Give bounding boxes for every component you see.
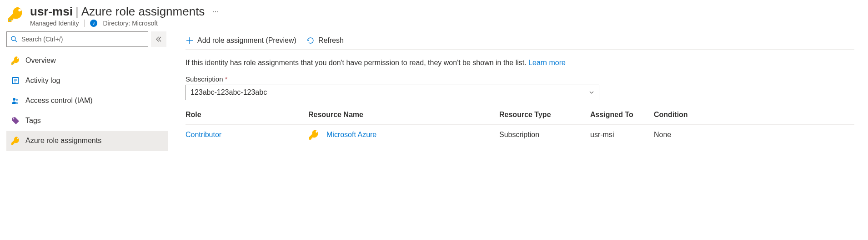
svg-point-10 <box>16 99 18 101</box>
sidebar: Overview Activity log Access control (IA… <box>0 29 168 151</box>
th-role[interactable]: Role <box>186 111 308 119</box>
svg-point-0 <box>9 20 11 21</box>
th-condition[interactable]: Condition <box>654 111 708 119</box>
tag-icon <box>11 116 20 125</box>
sidebar-search[interactable] <box>6 31 148 47</box>
condition-cell: None <box>654 131 708 139</box>
resource-key-icon <box>7 6 24 23</box>
key-icon <box>308 129 319 140</box>
page-title: usr-msi | Azure role assignments <box>30 5 205 19</box>
key-icon <box>11 56 20 65</box>
search-input[interactable] <box>21 36 144 43</box>
sidebar-item-activity-log[interactable]: Activity log <box>6 71 168 91</box>
refresh-icon <box>306 36 315 45</box>
info-text: If this identity has role assignments th… <box>186 59 854 67</box>
learn-more-link[interactable]: Learn more <box>528 59 566 66</box>
role-cell[interactable]: Contributor <box>186 131 308 139</box>
required-asterisk: * <box>225 75 228 83</box>
toolbar: Add role assignment (Preview) Refresh <box>186 31 854 50</box>
plus-icon <box>186 36 194 45</box>
subscription-field: Subscription* 123abc-123abc-123abc <box>186 75 854 100</box>
people-icon <box>11 96 20 105</box>
add-button-label: Add role assignment (Preview) <box>197 36 296 45</box>
table-row[interactable]: Contributor Microsoft Azure Subscription… <box>186 125 854 145</box>
svg-point-1 <box>11 36 15 41</box>
chevron-down-icon <box>589 90 594 95</box>
svg-point-11 <box>13 118 15 120</box>
more-actions-icon[interactable]: ··· <box>212 7 219 16</box>
refresh-button[interactable]: Refresh <box>306 36 344 45</box>
subscription-dropdown[interactable]: 123abc-123abc-123abc <box>186 85 599 100</box>
info-icon[interactable]: i <box>90 20 97 27</box>
sidebar-item-overview[interactable]: Overview <box>6 51 168 71</box>
th-resource-name[interactable]: Resource Name <box>308 111 499 119</box>
sidebar-item-label: Tags <box>25 117 41 125</box>
subscription-value: 123abc-123abc-123abc <box>191 88 267 97</box>
resource-name-cell: Microsoft Azure <box>308 129 499 140</box>
log-icon <box>11 76 20 85</box>
subscription-label: Subscription <box>186 75 223 83</box>
search-icon <box>10 36 18 43</box>
svg-point-9 <box>13 98 15 101</box>
page-header: usr-msi | Azure role assignments ··· Man… <box>0 0 868 29</box>
directory-label: Directory: Microsoft <box>103 20 158 27</box>
key-icon <box>11 136 20 145</box>
resource-name-link[interactable]: Microsoft Azure <box>326 131 376 139</box>
sidebar-item-role-assignments[interactable]: Azure role assignments <box>6 131 168 151</box>
separator <box>84 20 85 27</box>
th-resource-type[interactable]: Resource Type <box>499 111 590 119</box>
role-assignments-table: Role Resource Name Resource Type Assigne… <box>186 105 854 145</box>
collapse-sidebar-button[interactable] <box>151 31 166 47</box>
sidebar-item-label: Overview <box>25 56 56 65</box>
table-header-row: Role Resource Name Resource Type Assigne… <box>186 105 854 125</box>
svg-point-3 <box>12 63 13 64</box>
resource-type-cell: Subscription <box>499 131 590 139</box>
title-separator: | <box>75 5 79 19</box>
sidebar-item-label: Azure role assignments <box>25 137 101 145</box>
chevron-double-left-icon <box>156 36 162 42</box>
page-subtitle: Azure role assignments <box>81 5 205 19</box>
sidebar-item-tags[interactable]: Tags <box>6 111 168 131</box>
svg-line-2 <box>15 40 17 42</box>
sidebar-item-label: Access control (IAM) <box>25 97 93 105</box>
resource-type-label: Managed Identity <box>30 20 79 27</box>
sidebar-item-label: Activity log <box>25 77 60 85</box>
add-role-assignment-button[interactable]: Add role assignment (Preview) <box>186 36 296 45</box>
assigned-to-cell: usr-msi <box>590 131 654 139</box>
resource-name: usr-msi <box>30 5 73 19</box>
main-content: Add role assignment (Preview) Refresh If… <box>168 29 868 151</box>
refresh-button-label: Refresh <box>318 36 344 45</box>
sidebar-item-access-control[interactable]: Access control (IAM) <box>6 91 168 111</box>
th-assigned-to[interactable]: Assigned To <box>590 111 654 119</box>
